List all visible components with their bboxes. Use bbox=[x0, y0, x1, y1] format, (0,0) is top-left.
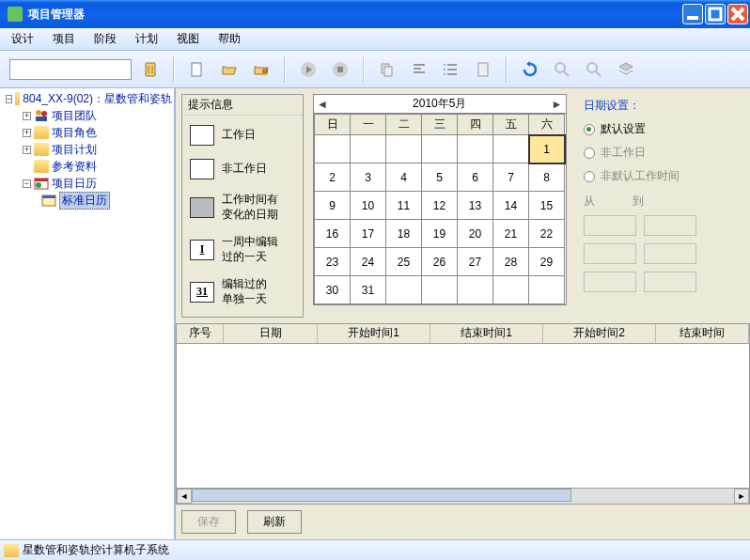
calendar-day[interactable]: 7 bbox=[493, 163, 529, 192]
calendar-day[interactable]: 9 bbox=[315, 192, 351, 220]
calendar-day[interactable]: 4 bbox=[386, 163, 422, 192]
tree-root[interactable]: − 804_XX-9(02)：星数管和姿轨 bbox=[2, 90, 172, 107]
col-date[interactable]: 日期 bbox=[224, 324, 318, 343]
prev-month-button[interactable]: ◄ bbox=[316, 98, 329, 111]
svg-point-23 bbox=[555, 63, 565, 72]
calendar-day[interactable]: 2 bbox=[315, 163, 351, 192]
clear-button[interactable] bbox=[137, 56, 164, 83]
to-time-2[interactable] bbox=[644, 243, 696, 264]
time-labels: 从 到 bbox=[584, 194, 696, 210]
refresh-button[interactable]: 刷新 bbox=[247, 510, 302, 534]
folder-icon bbox=[34, 143, 49, 156]
tree-item-plan[interactable]: + 项目计划 bbox=[2, 141, 172, 158]
calendar-day[interactable]: 25 bbox=[386, 248, 422, 276]
close-button[interactable] bbox=[727, 4, 748, 24]
collapse-icon[interactable]: − bbox=[6, 95, 12, 103]
save-button[interactable]: 保存 bbox=[181, 510, 236, 534]
next-month-button[interactable]: ► bbox=[551, 98, 564, 111]
col-start2[interactable]: 开始时间2 bbox=[543, 324, 656, 343]
col-end2[interactable]: 结束时间 bbox=[656, 324, 749, 343]
calendar-day[interactable]: 11 bbox=[386, 192, 422, 220]
calendar-day[interactable]: 15 bbox=[529, 192, 565, 220]
play-button[interactable] bbox=[295, 56, 321, 83]
from-time-3[interactable] bbox=[584, 272, 636, 292]
radio-default[interactable]: 默认设置 bbox=[584, 121, 696, 137]
calendar-day[interactable]: 17 bbox=[351, 220, 386, 248]
calendar-day[interactable]: 31 bbox=[351, 276, 386, 304]
menu-view[interactable]: 视图 bbox=[169, 29, 207, 49]
copy-button[interactable] bbox=[374, 56, 400, 83]
calendar-day[interactable]: 18 bbox=[386, 220, 422, 248]
menu-phase[interactable]: 阶段 bbox=[86, 29, 124, 49]
calendar-day[interactable]: 24 bbox=[351, 248, 386, 276]
align-left-button[interactable] bbox=[406, 56, 432, 83]
calendar-day[interactable]: 22 bbox=[529, 220, 565, 248]
calendar-day[interactable]: 14 bbox=[493, 192, 529, 220]
doc-button[interactable] bbox=[470, 56, 496, 83]
from-time-1[interactable] bbox=[584, 215, 636, 236]
expand-icon[interactable]: + bbox=[23, 146, 31, 154]
calendar-day[interactable]: 6 bbox=[458, 163, 493, 192]
scroll-right-button[interactable]: ► bbox=[734, 489, 749, 504]
calendar-day[interactable]: 21 bbox=[493, 220, 529, 248]
calendar-day[interactable]: 16 bbox=[315, 220, 351, 248]
horizontal-scrollbar[interactable]: ◄ ► bbox=[176, 488, 750, 505]
menu-design[interactable]: 设计 bbox=[4, 29, 41, 49]
calendar-title: 2010年5月 bbox=[413, 96, 466, 112]
to-time-3[interactable] bbox=[644, 272, 696, 292]
menu-help[interactable]: 帮助 bbox=[211, 29, 248, 49]
new-button[interactable] bbox=[184, 56, 211, 83]
col-start1[interactable]: 开始时间1 bbox=[318, 324, 430, 343]
menu-plan[interactable]: 计划 bbox=[128, 29, 165, 49]
calendar-day[interactable]: 26 bbox=[422, 248, 458, 276]
calendar-day[interactable]: 3 bbox=[351, 163, 386, 192]
menu-project[interactable]: 项目 bbox=[45, 29, 83, 49]
search-input[interactable] bbox=[9, 59, 132, 80]
expand-icon[interactable]: + bbox=[23, 129, 31, 137]
radio-custom[interactable]: 非默认工作时间 bbox=[584, 168, 696, 184]
legend-row: 31编辑过的 单独一天 bbox=[190, 277, 295, 306]
folder-icon bbox=[4, 544, 19, 557]
tree-label: 参考资料 bbox=[52, 159, 97, 175]
from-time-2[interactable] bbox=[584, 243, 636, 264]
legend-label: 编辑过的 单独一天 bbox=[222, 277, 267, 306]
collapse-icon[interactable]: − bbox=[23, 179, 31, 188]
refresh-button[interactable] bbox=[517, 56, 543, 83]
calendar-day[interactable]: 27 bbox=[458, 248, 493, 276]
layers-button[interactable] bbox=[613, 56, 639, 83]
open-locked-button[interactable] bbox=[248, 56, 274, 83]
expand-icon[interactable]: + bbox=[23, 112, 31, 120]
open-button[interactable] bbox=[216, 56, 242, 83]
zoom-in-button[interactable] bbox=[549, 56, 575, 83]
calendar-day[interactable]: 8 bbox=[529, 163, 565, 192]
stop-button[interactable] bbox=[327, 56, 353, 83]
scroll-left-button[interactable]: ◄ bbox=[177, 489, 192, 504]
tree-item-calendar[interactable]: − 项目日历 bbox=[2, 175, 172, 192]
tree-item-team[interactable]: + 项目团队 bbox=[2, 107, 172, 124]
calendar-day[interactable]: 1 bbox=[529, 135, 565, 163]
tree-label: 项目日历 bbox=[52, 176, 97, 192]
radio-nonwork[interactable]: 非工作日 bbox=[584, 145, 696, 161]
to-time-1[interactable] bbox=[644, 215, 696, 236]
zoom-out-button[interactable] bbox=[581, 56, 607, 83]
tree-item-refs[interactable]: 参考资料 bbox=[2, 158, 172, 175]
tree-item-std-calendar[interactable]: 标准日历 bbox=[2, 192, 172, 209]
calendar-day[interactable]: 28 bbox=[493, 248, 529, 276]
weekday-header: 日 bbox=[315, 115, 351, 135]
calendar-day[interactable]: 12 bbox=[422, 192, 458, 220]
list-button[interactable] bbox=[438, 56, 464, 83]
legend-row: 非工作日 bbox=[190, 159, 295, 179]
tree-item-roles[interactable]: + 项目角色 bbox=[2, 124, 172, 141]
calendar-day[interactable]: 13 bbox=[458, 192, 493, 220]
calendar-day[interactable]: 20 bbox=[458, 220, 493, 248]
calendar-day[interactable]: 29 bbox=[529, 248, 565, 276]
calendar-day[interactable]: 23 bbox=[315, 248, 351, 276]
col-end1[interactable]: 结束时间1 bbox=[430, 324, 543, 343]
calendar-day[interactable]: 19 bbox=[422, 220, 458, 248]
maximize-button[interactable] bbox=[705, 4, 726, 24]
col-index[interactable]: 序号 bbox=[177, 324, 224, 343]
calendar-day[interactable]: 10 bbox=[351, 192, 386, 220]
calendar-day[interactable]: 30 bbox=[315, 276, 351, 304]
calendar-day[interactable]: 5 bbox=[422, 163, 458, 192]
minimize-button[interactable] bbox=[682, 4, 703, 24]
